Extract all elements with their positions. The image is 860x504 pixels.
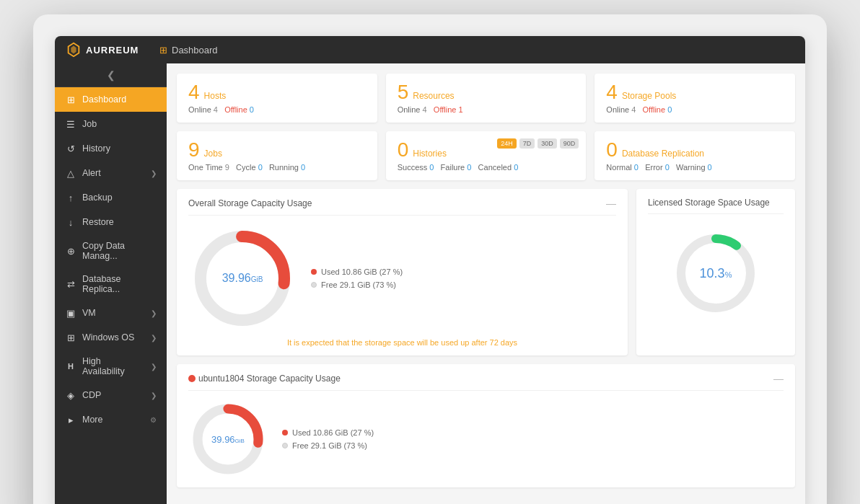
jobs-onetime: One Time (188, 163, 223, 172)
hosts-number: 4 (188, 82, 200, 102)
charts-section: Overall Storage Capacity Usage — (177, 189, 795, 355)
job-icon: ☰ (65, 118, 76, 130)
copy-data-icon: ⊕ (65, 245, 76, 257)
svg-marker-1 (71, 46, 76, 54)
chevron-right-icon: ❯ (151, 392, 157, 399)
donut-row: 39.96GiB Used 10.86 GiB (27 %) (188, 224, 616, 332)
windows-icon: ⊞ (65, 332, 76, 343)
main-layout: ❮ ⊞ Dashboard ☰ Job ↺ History △ Alert (55, 63, 805, 504)
sidebar-item-restore[interactable]: ↓ Restore (55, 210, 167, 234)
sidebar-item-dashboard[interactable]: ⊞ Dashboard (55, 87, 167, 112)
gear-icon: ⚙ (150, 416, 157, 424)
hosts-sub: Online 4 Offline 0 (188, 105, 366, 114)
histories-title: Histories (413, 149, 447, 159)
db-rep-number: 0 (606, 140, 618, 160)
sidebar-item-ha[interactable]: H High Availability ❯ (55, 350, 167, 383)
stat-card-storage-pools: 4 Storage Pools Online 4 Offline 0 (594, 74, 795, 123)
sidebar-item-history[interactable]: ↺ History (55, 136, 167, 161)
sidebar-item-alert[interactable]: △ Alert ❯ (55, 161, 167, 185)
collapse-icon[interactable]: ❮ (107, 69, 115, 81)
db-rep-title: Database Replication (622, 149, 704, 159)
backup-icon: ↑ (65, 192, 76, 203)
sidebar: ❮ ⊞ Dashboard ☰ Job ↺ History △ Alert (55, 63, 167, 504)
licensed-center-value: 10.3% (700, 266, 732, 281)
stat-card-jobs: 9 Jobs One Time 9 Cycle 0 Running 0 (177, 131, 377, 180)
vm-icon: ▣ (65, 307, 76, 319)
history-icon: ↺ (65, 143, 76, 154)
jobs-cycle: Cycle (236, 163, 256, 172)
sp-offline-label: Offline (643, 105, 666, 114)
db-replica-icon: ⇄ (65, 278, 76, 290)
ubuntu-storage-panel: ubuntu1804 Storage Capacity Usage — (177, 364, 795, 487)
sp-online-val: 4 (631, 105, 636, 114)
ubuntu-legend-used: Used 10.86 GiB (27 %) (282, 428, 374, 437)
storage-note: It is expected that the storage space wi… (188, 338, 616, 347)
sidebar-item-label: Copy Data Manag... (82, 241, 157, 261)
licensed-donut: 10.3% (672, 230, 759, 317)
sidebar-item-windows-os[interactable]: ⊞ Windows OS ❯ (55, 325, 167, 350)
free-label: Free 29.1 GiB (73 %) (321, 280, 396, 289)
sidebar-item-more[interactable]: ▸ More ⚙ (55, 407, 167, 432)
resources-sub: Online 4 Offline 1 (398, 105, 575, 114)
sidebar-item-job[interactable]: ☰ Job (55, 112, 167, 136)
minimize-icon-2[interactable]: — (773, 373, 784, 384)
jobs-running: Running (269, 163, 299, 172)
resources-online-label: Online (398, 105, 421, 114)
storage-pools-title: Storage Pools (622, 91, 676, 101)
sidebar-item-label: Backup (82, 193, 157, 203)
hosts-offline-val: 0 (250, 105, 254, 114)
sidebar-item-label: Database Replica... (82, 274, 157, 294)
stat-card-histories: 24H 7D 30D 90D 0 Histories Success 0 Fai… (386, 131, 587, 180)
app-logo: AURREUM (66, 42, 159, 58)
legend-used: Used 10.86 GiB (27 %) (311, 268, 403, 276)
chevron-right-icon: ❯ (151, 363, 157, 371)
free-dot (311, 282, 317, 288)
chevron-right-icon: ❯ (151, 169, 157, 177)
dashboard-nav-icon: ⊞ (65, 94, 76, 105)
storage-pools-sub: Online 4 Offline 0 (606, 105, 784, 114)
ubuntu-panel-header: ubuntu1804 Storage Capacity Usage — (188, 373, 784, 391)
overall-donut: 39.96GiB (188, 224, 297, 332)
ubuntu-free-label: Free 29.1 GiB (73 %) (292, 441, 367, 450)
cdp-icon: ◈ (65, 389, 76, 401)
jobs-title: Jobs (204, 149, 222, 159)
overall-center-value: 39.96GiB (222, 272, 263, 285)
licensed-panel-header: Licensed Storage Space Usage (648, 198, 784, 214)
chevron-right-icon: ❯ (151, 334, 157, 342)
topbar: AURREUM ⊞ Dashboard (55, 36, 805, 63)
sidebar-item-label: Restore (82, 217, 157, 227)
stats-row-1: 4 Hosts Online 4 Offline 0 5 Resources (177, 74, 795, 123)
histories-sub: Success 0 Failure 0 Canceled 0 (398, 163, 575, 172)
sidebar-collapse[interactable]: ❮ (55, 63, 167, 87)
ubuntu-center-value: 39.96GiB (211, 434, 245, 445)
ha-icon: H (65, 361, 76, 372)
sidebar-item-cdp[interactable]: ◈ CDP ❯ (55, 383, 167, 407)
sidebar-item-label: CDP (82, 390, 145, 400)
dashboard-icon: ⊞ (159, 45, 167, 56)
db-rep-sub: Normal 0 Error 0 Warning 0 (606, 163, 784, 172)
sidebar-item-vm[interactable]: ▣ VM ❯ (55, 301, 167, 325)
sidebar-item-label: More (82, 415, 144, 425)
sidebar-item-copy-data[interactable]: ⊕ Copy Data Manag... (55, 234, 167, 268)
sidebar-item-label: Job (82, 119, 157, 129)
sidebar-item-label: Alert (82, 168, 145, 178)
used-dot (311, 269, 317, 275)
badge-7d[interactable]: 7D (519, 138, 535, 149)
badge-30d[interactable]: 30D (538, 138, 557, 149)
stat-card-resources: 5 Resources Online 4 Offline 1 (386, 74, 587, 123)
sidebar-item-db-replica[interactable]: ⇄ Database Replica... (55, 268, 167, 301)
sidebar-item-backup[interactable]: ↑ Backup (55, 185, 167, 210)
ubuntu-title: ubuntu1804 Storage Capacity Usage (198, 373, 341, 384)
minimize-icon[interactable]: — (606, 198, 616, 209)
sidebar-item-label: Windows OS (82, 332, 145, 342)
overall-storage-title: Overall Storage Capacity Usage (188, 198, 312, 208)
badge-90d[interactable]: 90D (560, 138, 579, 149)
sidebar-item-label: Dashboard (82, 94, 157, 105)
overall-legend: Used 10.86 GiB (27 %) Free 29.1 GiB (73 … (311, 268, 403, 289)
page-title: Dashboard (172, 45, 218, 56)
restore-icon: ↓ (65, 216, 76, 228)
legend-free: Free 29.1 GiB (73 %) (311, 280, 403, 289)
ubuntu-free-dot (282, 443, 288, 448)
badge-24h[interactable]: 24H (497, 138, 517, 149)
stats-row-2: 9 Jobs One Time 9 Cycle 0 Running 0 24H (177, 131, 795, 180)
